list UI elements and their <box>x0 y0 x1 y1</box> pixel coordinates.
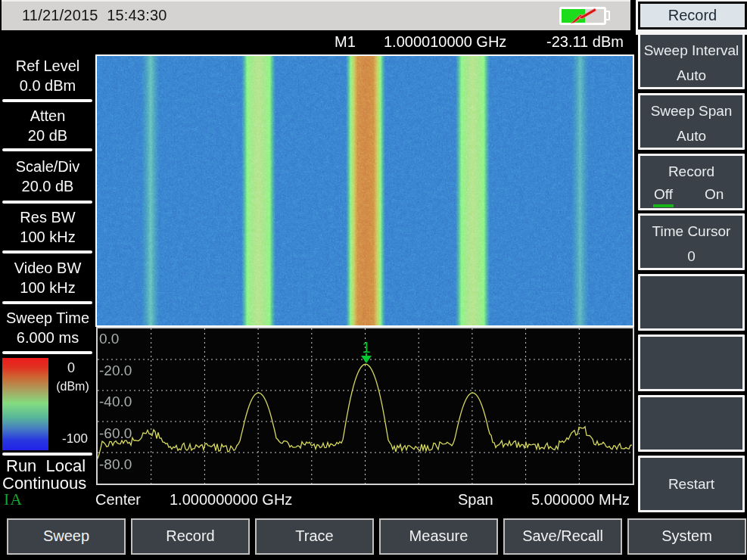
svg-text:1: 1 <box>362 339 370 356</box>
